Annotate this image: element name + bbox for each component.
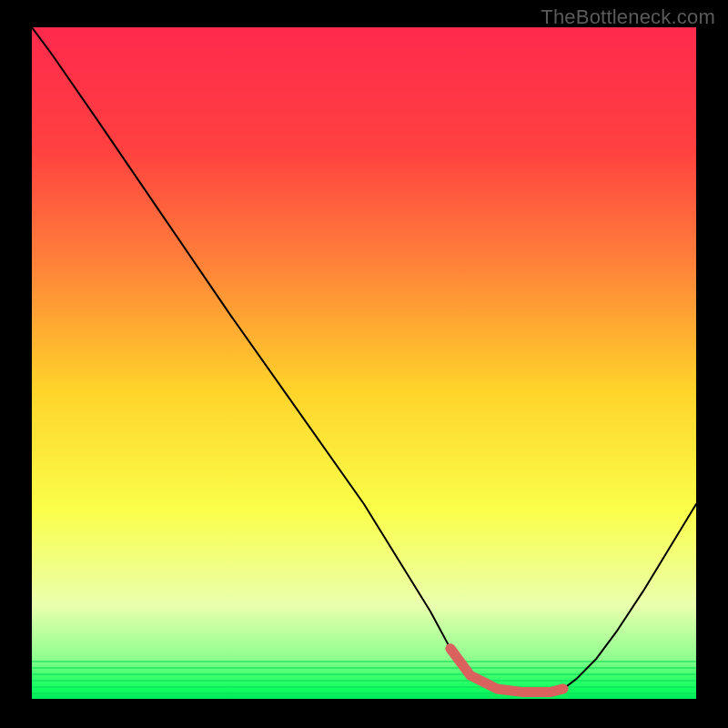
plot-area [32, 27, 696, 699]
chart-frame: TheBottleneck.com [0, 0, 728, 728]
chart-svg [32, 27, 696, 699]
svg-rect-0 [32, 27, 696, 699]
watermark-text: TheBottleneck.com [541, 5, 715, 29]
